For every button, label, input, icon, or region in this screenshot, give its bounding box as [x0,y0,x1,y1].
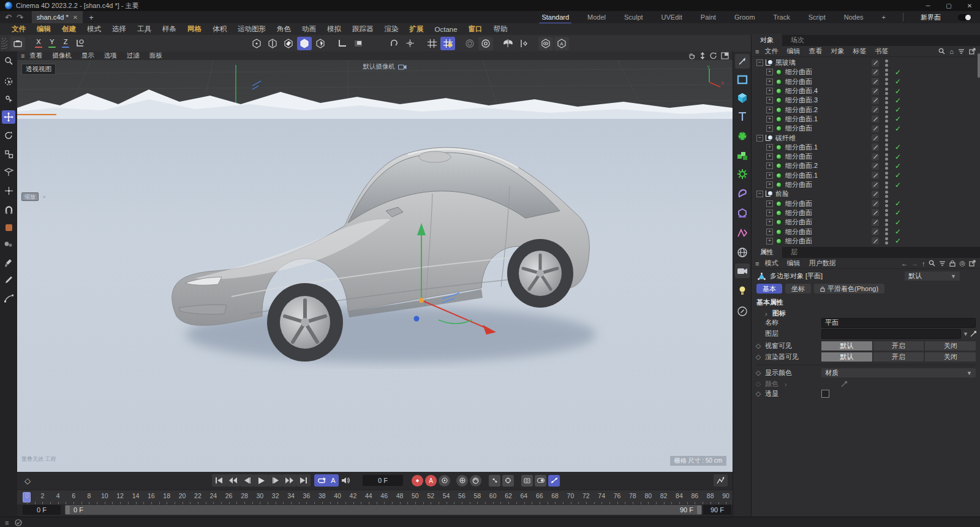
knife-tool-icon[interactable] [2,273,15,287]
visibility-dots[interactable] [885,59,888,67]
layout-tab-model[interactable]: Model [586,12,607,23]
range-handle-left[interactable] [66,506,70,514]
range-end-field[interactable]: 90 F [703,505,731,515]
visibility-dots[interactable] [885,106,888,113]
paint-color-icon[interactable] [2,221,15,234]
visibility-dots[interactable] [885,219,888,226]
renderer-visible-default[interactable]: 默认 [821,352,872,362]
layout-tab-sculpt[interactable]: Sculpt [623,12,644,23]
tree-row[interactable]: + 细分曲面 ✓ [752,237,980,246]
auto-solo-button[interactable]: A [554,37,569,50]
tree-row[interactable]: + 细分曲面.4 ✓ [752,86,980,96]
key-diamond-icon[interactable]: ◇ [752,369,765,377]
visibility-dots[interactable] [885,88,888,95]
model-mode-button[interactable] [297,37,312,50]
layout-tab-groom[interactable]: Groom [733,12,756,23]
tree-row[interactable]: + 细分曲面.1 ✓ [752,171,980,180]
autokey-button[interactable]: A [425,475,437,487]
visibility-dots[interactable] [885,172,888,179]
tree-scrollbar[interactable] [978,53,980,78]
visibility-dots[interactable] [885,134,888,142]
om-search-icon[interactable] [938,48,945,55]
expand-toggle-icon[interactable]: + [766,144,773,151]
play-button[interactable] [254,474,268,487]
scale-tool-icon[interactable] [2,147,15,161]
expand-toggle-icon[interactable]: + [766,200,773,207]
spheres-tool-icon[interactable] [2,238,15,251]
om-menu-item[interactable]: 文件 [760,47,782,56]
enabled-check-icon[interactable]: ✓ [895,162,901,170]
edit-mode-icon[interactable] [872,78,879,85]
key-diamond-icon[interactable]: ◇ [752,342,765,350]
tab-layers[interactable]: 层 [782,246,806,258]
viewport-hud[interactable]: 缩放 ＋ [21,192,47,201]
collapse-chevron-icon[interactable]: › [765,310,767,317]
expand-toggle-icon[interactable]: + [766,153,773,160]
enabled-check-icon[interactable]: ✓ [895,181,901,189]
attr-detach-icon[interactable] [969,260,976,267]
name-input[interactable]: 平面 [821,318,976,328]
spline-rect-icon[interactable] [735,72,750,87]
rect-select-icon[interactable] [2,165,15,179]
polygons-mode-button[interactable] [281,37,296,50]
record-position-button[interactable] [456,475,468,487]
expand-toggle-icon[interactable]: + [766,97,773,104]
visibility-dots[interactable] [885,78,888,85]
close-button[interactable]: ✕ [959,0,980,11]
field-cube-icon[interactable] [735,206,750,221]
mograph-gear-icon[interactable] [735,167,750,181]
camera-object-icon[interactable] [735,264,750,278]
spline-pen-icon[interactable] [2,292,15,305]
visibility-dots[interactable] [885,200,888,207]
enabled-check-icon[interactable]: ✓ [895,124,901,133]
viewport-visible-on[interactable]: 开启 [873,341,924,351]
attr-forward-icon[interactable]: → [911,260,918,267]
attr-lock-icon[interactable] [949,260,956,267]
tree-row[interactable]: + 细分曲面.3 ✓ [752,96,980,105]
deformer-icon[interactable] [735,186,750,201]
goto-start-button[interactable] [212,474,226,487]
viewport-visible-off[interactable]: 关闭 [925,341,976,351]
edit-mode-icon[interactable] [872,181,879,189]
tree-row[interactable]: + 细分曲面 ✓ [752,67,980,77]
coordinate-system-button[interactable] [73,37,88,50]
expand-toggle-icon[interactable]: + [766,78,773,85]
viewport-menu-item[interactable]: 面板 [145,51,167,60]
motion-toggle-button[interactable] [535,475,546,487]
modeling-settings-icon[interactable] [402,37,417,50]
symmetry-button[interactable] [500,37,515,50]
preset-dropdown[interactable]: 默认▼ [905,271,960,281]
xray-checkbox[interactable] [821,390,829,398]
attr-up-icon[interactable]: ↑ [922,260,925,267]
expand-toggle-icon[interactable]: + [766,172,773,179]
edit-mode-icon[interactable] [872,125,879,132]
record-pla-button[interactable] [502,475,514,487]
layout-tab-track[interactable]: Track [772,12,791,23]
visibility-dots[interactable] [885,162,888,170]
enabled-check-icon[interactable]: ✓ [895,218,901,227]
layout-tab-nodes[interactable]: Nodes [843,12,865,23]
attr-back-icon[interactable]: ← [901,260,908,267]
layer-dropdown-icon[interactable]: ▼ [963,331,968,337]
keys-filter-button[interactable] [548,475,560,487]
undo-view-button[interactable] [386,37,401,50]
tree-row[interactable]: + 细分曲面 ✓ [752,208,980,218]
viewport-menu-item[interactable]: 摄像机 [47,51,77,60]
tree-row[interactable]: + 细分曲面.2 ✓ [752,105,980,115]
edit-mode-icon[interactable] [872,106,879,113]
toggle-view-icon[interactable] [721,52,729,59]
expand-toggle-icon[interactable]: + [766,107,773,113]
tree-row[interactable]: + 细分曲面.1 ✓ [752,115,980,124]
move-tool-icon[interactable] [2,110,15,124]
lock-y-axis-button[interactable]: Y [45,37,59,50]
menubar-item[interactable]: 渲染 [379,25,404,34]
pan-view-icon[interactable] [688,52,696,59]
tree-row[interactable]: + 细分曲面 ✓ [752,152,980,161]
move-gizmo[interactable] [360,189,519,342]
attr-menu-item[interactable]: 编辑 [782,259,804,268]
document-tab[interactable]: shan.c4d * ✕ [32,11,83,23]
edit-mode-icon[interactable] [872,97,879,104]
tab-attributes[interactable]: 属性 [752,246,782,258]
solo-viewport-button[interactable] [538,37,553,50]
attr-target-icon[interactable]: ◎ [959,259,965,267]
